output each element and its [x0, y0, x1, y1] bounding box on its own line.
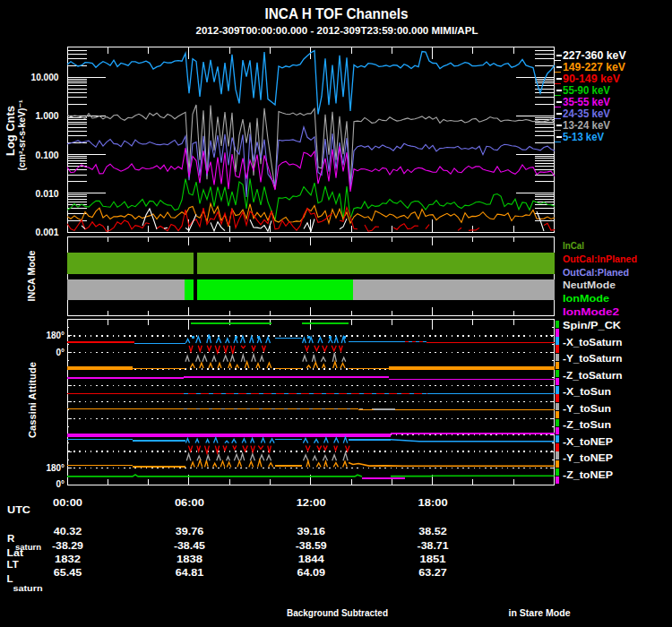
svg-text:38.52: 38.52: [418, 526, 447, 537]
svg-text:-X_toSaturn: -X_toSaturn: [563, 337, 623, 348]
svg-text:saturn: saturn: [13, 583, 43, 593]
svg-text:0°: 0°: [56, 479, 65, 489]
svg-text:0.100: 0.100: [36, 150, 59, 160]
svg-text:IonMode2: IonMode2: [563, 306, 619, 317]
svg-text:-38.71: -38.71: [418, 540, 449, 551]
svg-text:-Z_toSaturn: -Z_toSaturn: [563, 370, 623, 381]
svg-text:2012-309T00:00:00.000 - 2012-3: 2012-309T00:00:00.000 - 2012-309T23:59:0…: [196, 25, 478, 36]
svg-text:-38.45: -38.45: [174, 540, 205, 551]
svg-text:64.81: 64.81: [176, 567, 204, 578]
svg-text:1832: 1832: [55, 554, 81, 564]
svg-text:Cassini Attitude: Cassini Attitude: [27, 362, 38, 438]
svg-text:NeutMode: NeutMode: [563, 279, 616, 290]
svg-text:180°: 180°: [46, 331, 65, 340]
svg-text:INCA Mode: INCA Mode: [26, 251, 37, 302]
svg-text:39.76: 39.76: [176, 526, 204, 537]
svg-text:-Y_toNEP: -Y_toNEP: [563, 452, 613, 463]
svg-text:06:00: 06:00: [175, 497, 204, 508]
svg-text:L: L: [7, 573, 13, 584]
svg-text:64.09: 64.09: [297, 567, 325, 578]
svg-text:in Stare Mode: in Stare Mode: [509, 607, 571, 618]
svg-text:180°: 180°: [46, 463, 65, 473]
svg-text:(cm²-sr-s-keV)⁻¹: (cm²-sr-s-keV)⁻¹: [17, 99, 27, 171]
svg-text:R: R: [7, 533, 15, 544]
svg-text:-Y_toSun: -Y_toSun: [563, 403, 611, 414]
svg-text:-Z_toSun: -Z_toSun: [563, 419, 611, 430]
svg-text:-38.29: -38.29: [52, 540, 83, 551]
svg-text:1.000: 1.000: [36, 110, 59, 121]
svg-text:65.45: 65.45: [54, 567, 82, 578]
svg-text:-38.59: -38.59: [296, 540, 327, 551]
svg-text:Log Cnts: Log Cnts: [4, 106, 17, 156]
svg-text:1844: 1844: [298, 554, 325, 564]
svg-text:10.000: 10.000: [31, 72, 59, 82]
svg-text:1851: 1851: [420, 554, 446, 564]
svg-text:0.010: 0.010: [36, 188, 59, 199]
svg-text:00:00: 00:00: [53, 497, 82, 508]
svg-text:12:00: 12:00: [297, 497, 326, 508]
svg-text:0°: 0°: [56, 348, 65, 357]
svg-text:IonMode: IonMode: [563, 293, 609, 304]
svg-text:5-13 keV: 5-13 keV: [563, 130, 604, 143]
svg-text:OutCal:InPlaned: OutCal:InPlaned: [563, 253, 637, 264]
svg-text:Spin/P_CK: Spin/P_CK: [563, 320, 622, 331]
svg-text:18:00: 18:00: [418, 497, 448, 508]
svg-text:LT: LT: [7, 559, 19, 570]
svg-text:Lat: Lat: [7, 547, 24, 558]
svg-text:1838: 1838: [177, 554, 202, 564]
svg-text:-Y_toSaturn: -Y_toSaturn: [563, 353, 623, 364]
svg-text:-X_toNEP: -X_toNEP: [563, 436, 613, 447]
svg-text:INCA H TOF Channels: INCA H TOF Channels: [265, 5, 409, 21]
svg-text:-Z_toNEP: -Z_toNEP: [563, 469, 613, 480]
svg-text:0.001: 0.001: [36, 227, 59, 237]
svg-text:-X_toSun: -X_toSun: [563, 386, 611, 397]
svg-text:UTC: UTC: [7, 504, 30, 515]
svg-text:OutCal:Planed: OutCal:Planed: [563, 267, 629, 278]
svg-text:Background Subtracted: Background Subtracted: [287, 607, 388, 618]
svg-text:39.16: 39.16: [297, 526, 325, 537]
svg-text:InCal: InCal: [563, 240, 584, 251]
svg-text:40.32: 40.32: [54, 526, 82, 537]
svg-text:63.27: 63.27: [418, 567, 447, 578]
